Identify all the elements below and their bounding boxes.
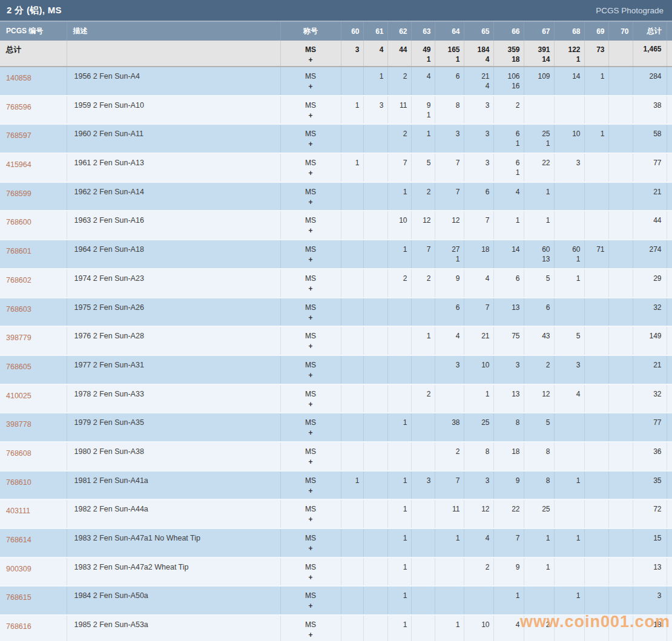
pcgs-number-link[interactable]: 768603	[6, 305, 31, 314]
col-header-67[interactable]: 67	[524, 22, 554, 41]
grade-count-cell	[608, 298, 633, 327]
col-header-65[interactable]: 65	[464, 22, 493, 41]
pcgs-number-cell: 768602	[0, 269, 67, 298]
grade-count-cell: 4	[435, 326, 464, 355]
coin-description: 1976 2 Fen Sun-A28	[67, 326, 280, 355]
grade-count-cell: 10	[464, 355, 493, 384]
grade-count-cell: 2	[435, 442, 464, 471]
grade-count-cell: 91	[411, 96, 435, 125]
total-grade-cell	[608, 41, 633, 67]
col-header-total[interactable]: 总计	[633, 22, 667, 41]
coin-description: 1960 2 Fen Sun-A11	[67, 124, 280, 153]
pcgs-number-cell: 900309	[0, 557, 67, 587]
grade-count-cell	[554, 182, 584, 211]
grade-count-cell: 14	[493, 240, 524, 269]
table-row: 7686161985 2 Fen Sun-A53aMS+11104218	[0, 615, 672, 641]
col-header-68[interactable]: 68	[554, 22, 584, 41]
col-header-62[interactable]: 62	[387, 22, 411, 41]
grade-count-cell: 5	[411, 153, 435, 182]
pcgs-number-cell: 768608	[0, 442, 67, 471]
pcgs-number-link[interactable]: 398778	[6, 420, 31, 429]
pcgs-number-link[interactable]: 768601	[6, 247, 31, 255]
table-row: 3987781979 2 Fen Sun-A35MS+138258577	[0, 413, 672, 442]
pcgs-number-link[interactable]: 900309	[6, 565, 31, 573]
pcgs-number-link[interactable]: 768615	[6, 593, 31, 602]
grade-count-cell: 7	[435, 471, 464, 500]
pcgs-number-cell: 768596	[0, 96, 67, 125]
row-total: 284	[633, 67, 667, 96]
pcgs-number-link[interactable]: 398779	[6, 334, 31, 342]
coin-description: 1959 2 Fen Sun-A10	[67, 96, 280, 125]
row-spacer	[667, 124, 672, 153]
grade-count-cell: 8	[524, 442, 554, 471]
pcgs-number-link[interactable]: 403111	[6, 507, 30, 515]
pcgs-number-link[interactable]: 768597	[6, 131, 31, 140]
pcgs-number-cell: 410025	[0, 384, 67, 413]
col-header-60[interactable]: 60	[341, 22, 363, 41]
pcgs-number-link[interactable]: 768605	[6, 363, 31, 371]
pcgs-number-link[interactable]: 410025	[6, 392, 31, 400]
designation-cell: MS+	[280, 298, 341, 327]
grade-count-cell	[608, 182, 633, 211]
designation-cell: MS+	[280, 211, 341, 240]
coin-description: 1980 2 Fen Sun-A38	[67, 442, 280, 471]
row-spacer	[667, 211, 672, 240]
grade-count-cell	[584, 298, 608, 327]
designation-cell: MS+	[280, 557, 341, 587]
grade-count-cell	[554, 442, 584, 471]
grade-count-cell	[554, 413, 584, 442]
row-spacer	[667, 298, 672, 327]
pcgs-number-link[interactable]: 768614	[6, 536, 31, 544]
grade-count-cell: 9	[435, 269, 464, 298]
grade-count-cell: 13	[493, 384, 524, 413]
grade-count-cell	[341, 499, 363, 528]
grade-count-cell: 7	[493, 528, 524, 557]
column-header-row: PCGS 编号 描述 称号 6061626364656667686970总计	[0, 22, 672, 41]
grade-count-cell: 2	[464, 557, 493, 587]
designation-cell: MS+	[280, 182, 341, 211]
col-header-61[interactable]: 61	[363, 22, 387, 41]
pcgs-number-cell: 768605	[0, 355, 67, 384]
col-header-66[interactable]: 66	[493, 22, 524, 41]
col-header-63[interactable]: 63	[411, 22, 435, 41]
pcgs-number-link[interactable]: 768602	[6, 276, 31, 284]
designation-cell: MS+	[280, 384, 341, 413]
pcgs-number-link[interactable]: 768610	[6, 478, 31, 487]
grade-count-cell	[363, 211, 387, 240]
grade-count-cell: 21	[464, 326, 493, 355]
row-spacer	[667, 182, 672, 211]
table-row: 7686081980 2 Fen Sun-A38MS+2818836	[0, 442, 672, 471]
col-header-designation[interactable]: 称号	[280, 22, 341, 41]
row-total: 77	[633, 153, 667, 182]
grade-count-cell	[363, 240, 387, 269]
grade-count-cell: 1	[341, 96, 363, 125]
col-header-64[interactable]: 64	[435, 22, 464, 41]
designation-cell: MS+	[280, 67, 341, 96]
grade-count-cell: 10	[464, 615, 493, 641]
pcgs-number-link[interactable]: 415964	[6, 160, 31, 169]
photograde-link[interactable]: PCGS Photograde	[596, 6, 664, 15]
pcgs-number-link[interactable]: 768600	[6, 218, 31, 226]
col-header-pcgs-number[interactable]: PCGS 编号	[0, 22, 67, 41]
grade-count-cell	[608, 528, 633, 557]
grade-count-cell	[387, 326, 411, 355]
grade-count-cell: 2	[411, 182, 435, 211]
pcgs-number-link[interactable]: 768608	[6, 449, 31, 458]
col-header-description[interactable]: 描述	[67, 22, 280, 41]
grade-count-cell	[584, 269, 608, 298]
grade-count-cell	[584, 442, 608, 471]
grade-count-cell: 1	[387, 615, 411, 641]
grade-count-cell: 9	[493, 471, 524, 500]
pcgs-number-link[interactable]: 140858	[6, 74, 31, 82]
pcgs-number-link[interactable]: 768616	[6, 622, 31, 631]
grade-count-cell: 43	[524, 326, 554, 355]
pcgs-number-link[interactable]: 768596	[6, 103, 31, 111]
col-header-69[interactable]: 69	[584, 22, 608, 41]
grade-count-cell	[387, 355, 411, 384]
grade-count-cell: 3	[411, 471, 435, 500]
grade-count-cell: 3	[464, 153, 493, 182]
col-header-70[interactable]: 70	[608, 22, 633, 41]
coin-description: 1983 2 Fen Sun-A47a2 Wheat Tip	[67, 557, 280, 587]
pcgs-number-link[interactable]: 768599	[6, 189, 31, 198]
grade-count-cell: 18	[464, 240, 493, 269]
